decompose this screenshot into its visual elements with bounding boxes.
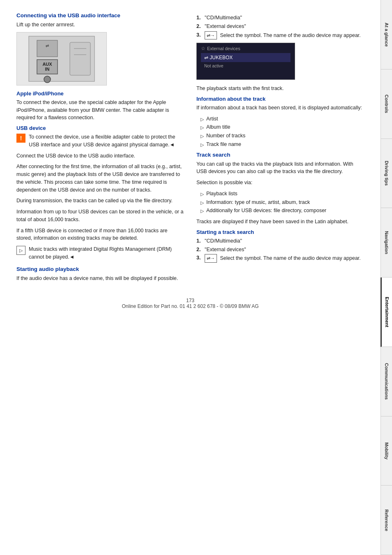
info-track-intro: If information about a track has been st… [196, 104, 364, 112]
warning-icon: ! [16, 134, 25, 143]
tab-driving-tips[interactable]: Driving tips [380, 139, 392, 208]
external-devices-screen: ☆ External devices ⇌ JUKEBOX Not active [196, 43, 295, 80]
starting-track-item-1: 1. "CD/Multimedia" [196, 237, 364, 245]
aux-diagram: ⇌ AUX IN [21, 34, 103, 83]
apple-text: To connect the device, use the special c… [16, 99, 184, 122]
usb-para5: If a fifth USB device is connected or if… [16, 227, 184, 243]
footer-text: Online Edition for Part no. 01 41 2 602 … [122, 303, 258, 309]
main-content: Connecting via the USB audio interface L… [0, 0, 380, 555]
starting-audio-text: If the audio device has a device name, t… [16, 275, 184, 282]
track-search-item-1: Playback lists [196, 190, 364, 198]
info-track-artist: Artist [196, 115, 364, 123]
svg-text:IN: IN [45, 67, 50, 72]
starting-audio-heading: Starting audio playback [16, 266, 184, 272]
starting-track-list: 1. "CD/Multimedia" 2. "External devices"… [196, 237, 364, 263]
usb-para1: Connect the USB device to the USB audio … [16, 152, 184, 160]
usb-para2: After connecting for the first time, the… [16, 163, 184, 194]
svg-text:⇌: ⇌ [46, 44, 49, 48]
two-col-layout: Connecting via the USB audio interface L… [16, 12, 364, 285]
select-symbol-2: ⇌→ [205, 254, 217, 263]
drm-note-box: ▷ Music tracks with integrated Digital R… [16, 245, 184, 261]
svg-point-6 [44, 76, 51, 83]
starting-track-heading: Starting a track search [196, 229, 364, 235]
svg-rect-7 [70, 42, 90, 75]
aux-image: ⇌ AUX IN [16, 32, 107, 86]
select-symbol: ⇌→ [205, 31, 217, 40]
track-search-heading: Track search [196, 152, 364, 158]
usb-heading: USB device [16, 125, 184, 131]
tab-communications[interactable]: Communications [380, 347, 392, 416]
ext-screen-icon: ☆ [201, 46, 205, 51]
drm-note-text: Music tracks with integrated Digital Rig… [29, 245, 184, 261]
usb-para3: During transmission, the tracks can be c… [16, 197, 184, 205]
left-column: Connecting via the USB audio interface L… [16, 12, 184, 285]
connecting-text: Lift up the center armrest. [16, 21, 184, 29]
ext-screen-title: ☆ External devices [201, 46, 291, 51]
info-track-filename: Track file name [196, 141, 364, 148]
svg-text:AUX: AUX [42, 62, 52, 67]
usb-warning-box: ! To connect the device, use a flexible … [16, 133, 184, 149]
track-search-list: Playback lists Information: type of musi… [196, 190, 364, 215]
track-search-selection: Selection is possible via: [196, 179, 364, 187]
tab-reference[interactable]: Reference [380, 486, 392, 555]
connecting-heading: Connecting via the USB audio interface [16, 12, 184, 18]
info-track-number: Number of tracks [196, 132, 364, 140]
track-search-intro: You can call up the tracks via the playb… [196, 160, 364, 176]
side-tabs: At a glance Controls Driving tips Naviga… [380, 0, 392, 555]
tab-navigation[interactable]: Navigation [380, 208, 392, 278]
track-search-note: Tracks are displayed if they have been s… [196, 218, 364, 226]
page-footer: 173 Online Edition for Part no. 01 41 2 … [16, 294, 364, 309]
right-column: 1. "CD/Multimedia" 2. "External devices"… [196, 12, 364, 285]
tab-entertainment[interactable]: Entertainment [380, 278, 392, 347]
playback-note: The playback starts with the first track… [196, 85, 364, 92]
track-search-item-3: Additionally for USB devices: file direc… [196, 207, 364, 215]
tab-at-a-glance[interactable]: At a glance [380, 0, 392, 69]
svg-rect-1 [37, 40, 58, 57]
page-wrapper: Connecting via the USB audio interface L… [0, 0, 392, 555]
numbered-item-1: 1. "CD/Multimedia" [196, 14, 364, 22]
starting-track-item-2: 2. "External devices" [196, 246, 364, 254]
page-number: 173 [186, 298, 194, 303]
info-track-album: Album title [196, 123, 364, 131]
usb-warning-text: To connect the device, use a flexible ad… [29, 133, 184, 149]
info-track-heading: Information about the track [196, 96, 364, 102]
starting-track-item-3: 3. ⇌→ Select the symbol. The name of the… [196, 254, 364, 263]
tab-mobility[interactable]: Mobility [380, 416, 392, 486]
numbered-item-2: 2. "External devices" [196, 23, 364, 30]
numbered-list-1: 1. "CD/Multimedia" 2. "External devices"… [196, 14, 364, 39]
apple-heading: Apple iPod/iPhone [16, 90, 184, 97]
play-icon: ▷ [16, 246, 25, 255]
numbered-item-3: 3. ⇌→ Select the symbol. The name of the… [196, 31, 364, 40]
ext-screen-item: ⇌ JUKEBOX [201, 53, 291, 62]
info-track-list: Artist Album title Number of tracks Trac… [196, 115, 364, 148]
ext-screen-sub: Not active [201, 63, 291, 68]
usb-para4: Information from up to four USB devices … [16, 208, 184, 224]
tab-controls[interactable]: Controls [380, 69, 392, 139]
track-search-item-2: Information: type of music, artist, albu… [196, 199, 364, 206]
